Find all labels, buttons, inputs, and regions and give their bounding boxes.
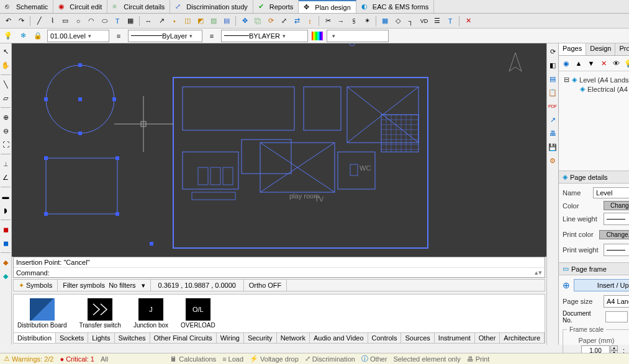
tab-schematic[interactable]: ⎋Schematic — [0, 0, 53, 13]
cat-architecture[interactable]: Architecture — [500, 333, 545, 343]
door-icon[interactable]: ◗ — [0, 205, 11, 216]
page-down-icon[interactable]: ▼ — [586, 58, 597, 69]
drawing-canvas[interactable]: play room TV WC — [12, 43, 546, 257]
mirror-icon[interactable]: ⇄ — [291, 16, 302, 27]
cat-switches[interactable]: Switches — [115, 333, 150, 343]
layers-icon[interactable]: ≡ — [113, 30, 124, 42]
scale-icon[interactable]: ⤢ — [278, 16, 289, 27]
cat-audio-video[interactable]: Audio and Video — [310, 333, 368, 343]
load-button[interactable]: ≡Load — [222, 355, 243, 363]
delete-icon[interactable]: ✕ — [463, 16, 474, 27]
leader-icon[interactable]: ↗ — [156, 16, 167, 27]
tab-plan-design[interactable]: ✥Plan design — [299, 0, 356, 13]
zoom-extents-icon[interactable]: ⛶ — [0, 139, 11, 150]
page-delete-icon[interactable]: ✕ — [598, 58, 609, 69]
docno-input[interactable] — [605, 311, 628, 322]
block-icon[interactable]: ◫ — [182, 16, 193, 27]
layer-dropdown[interactable]: 01.00.Level — [47, 30, 109, 42]
page-bulb-icon[interactable]: 💡 — [623, 58, 629, 69]
rect-icon[interactable]: ▭ — [60, 16, 71, 27]
trim-icon[interactable]: ✂ — [322, 16, 333, 27]
layers-panel-icon[interactable]: ▤ — [547, 73, 558, 84]
refresh-icon[interactable]: ⟳ — [547, 46, 558, 57]
bylayer-dropdown[interactable]: BYLAYER — [221, 30, 308, 42]
tool-blue-icon[interactable]: ◼ — [0, 237, 11, 249]
tree-root[interactable]: ⊟◈Level (A4 Landscape) — [564, 75, 629, 84]
point-icon[interactable]: • — [169, 16, 180, 27]
tab-reports[interactable]: ✔Reports — [253, 0, 299, 13]
pan-icon[interactable]: ✋ — [0, 60, 11, 71]
export-icon[interactable]: ↗ — [547, 114, 558, 125]
symbols-button[interactable]: ✦Symbols — [14, 280, 58, 291]
explode-icon[interactable]: ✶ — [361, 16, 373, 27]
collapse-icon[interactable]: ⊟ — [564, 76, 569, 84]
tree-child[interactable]: ◈Electrical (A4 Landscape) — [580, 84, 629, 94]
ellipse-icon[interactable]: ⬭ — [99, 16, 110, 27]
symbol-overload[interactable]: O/L OVERLOAD — [181, 298, 215, 329]
clipboard-icon[interactable]: 📋 — [547, 87, 558, 98]
layer-icon[interactable]: ▤ — [221, 16, 232, 27]
cat-sockets[interactable]: Sockets — [56, 333, 88, 343]
extend-icon[interactable]: → — [335, 16, 346, 27]
select-box-icon[interactable]: ▱ — [0, 92, 11, 104]
page-add-icon[interactable]: ◉ — [561, 58, 572, 69]
tab-circuit-details[interactable]: ≡Circuit details — [107, 0, 170, 13]
discr-button[interactable]: ⤢Discrimination — [305, 355, 355, 363]
insert-frame-button[interactable]: Insert / Update frame — [574, 279, 629, 291]
panel-tab-design[interactable]: Design — [586, 43, 615, 55]
hatch-icon[interactable]: ▦ — [125, 16, 136, 27]
vdrop-button[interactable]: ⚡Voltage drop — [250, 355, 299, 363]
ortho-toggle[interactable]: Ortho OFF — [244, 280, 287, 291]
circle-icon[interactable]: ○ — [73, 16, 84, 27]
page-details-header[interactable]: ◈ Page details ⌃ — [559, 171, 629, 184]
linetype-dropdown[interactable]: ByLayer — [128, 30, 202, 42]
filter-all[interactable]: All — [101, 355, 108, 363]
command-scroll-icon[interactable]: ▴▾ — [535, 269, 542, 277]
lock-icon[interactable]: 🔒 — [32, 30, 43, 42]
pdf-icon[interactable]: PDF — [547, 100, 558, 112]
polyline-icon[interactable]: ⌇ — [47, 16, 58, 27]
printweight-dropdown[interactable]: 0.0 mm — [604, 244, 629, 256]
snap-icon[interactable]: ◇ — [392, 16, 404, 27]
warnings-indicator[interactable]: ⚠Warnings: 2/2 — [4, 355, 53, 363]
other-button[interactable]: ⓘOther — [361, 354, 387, 363]
ortho-icon[interactable]: ┐ — [405, 16, 417, 27]
spin-up-icon[interactable]: ▲ — [610, 345, 618, 350]
undo-icon[interactable]: ↶ — [2, 16, 14, 27]
arc-icon[interactable]: ◠ — [86, 16, 97, 27]
color-change-button[interactable]: Change... — [604, 201, 629, 210]
page-frame-header[interactable]: ▭ Page frame ⌃ — [559, 263, 629, 275]
freeze-icon[interactable]: ❄ — [17, 30, 29, 42]
view-icon[interactable]: ◧ — [547, 60, 558, 71]
cat-network[interactable]: Network — [277, 333, 310, 343]
symbol-transfer-switch[interactable]: Transfer switch — [79, 298, 120, 329]
page-name-input[interactable] — [593, 187, 629, 198]
vd-icon[interactable]: VD — [419, 16, 430, 27]
tab-circuit-edit[interactable]: ◉Circuit edit — [53, 0, 107, 13]
pagesize-dropdown[interactable]: A4 Landscape — [604, 295, 629, 308]
cat-lights[interactable]: Lights — [88, 333, 114, 343]
cat-security[interactable]: Security — [244, 333, 277, 343]
line-icon[interactable]: ╱ — [34, 16, 45, 27]
wall-icon[interactable]: ▬ — [0, 191, 11, 202]
zoom-in-icon[interactable]: ⊕ — [0, 112, 11, 123]
copy-icon[interactable]: ⿻ — [252, 16, 263, 27]
color-swatch-icon[interactable] — [312, 32, 323, 40]
stretch-icon[interactable]: ↕ — [304, 16, 315, 27]
offset-icon[interactable]: ⫓ — [348, 16, 360, 27]
symbol-distribution-board[interactable]: Distribution Board — [17, 298, 66, 329]
settings-gear-icon[interactable]: ⚙ — [547, 155, 558, 166]
select-line-icon[interactable]: ╲ — [0, 79, 11, 90]
tool-cyan-icon[interactable]: ◆ — [0, 270, 11, 282]
save-icon[interactable]: 💾 — [547, 141, 558, 153]
panel-tab-properties[interactable]: Properties — [615, 43, 629, 55]
critical-indicator[interactable]: ●Critical: 1 — [60, 355, 94, 363]
panel-tab-pages[interactable]: Pages — [559, 43, 586, 55]
cat-wiring[interactable]: Wiring — [217, 333, 244, 343]
cat-other[interactable]: Other — [475, 333, 500, 343]
tab-eac-ems[interactable]: ◐EAC & EMS forms — [356, 0, 434, 13]
print-icon[interactable]: 🖶 — [547, 128, 558, 139]
filter-symbols[interactable]: Filter symbols No filters ▾ — [58, 280, 151, 291]
cat-other-final[interactable]: Other Final Circuits — [150, 333, 217, 343]
tool-orange-icon[interactable]: ◆ — [0, 257, 11, 268]
